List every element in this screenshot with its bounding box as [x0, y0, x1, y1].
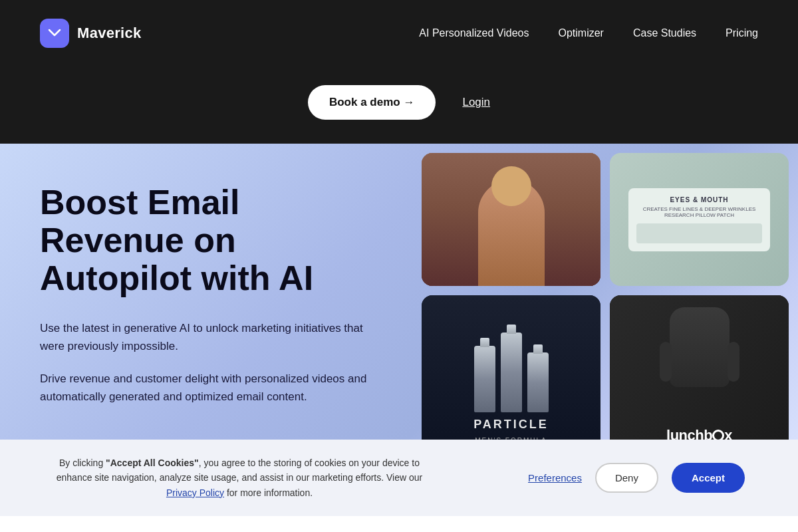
logo-icon [40, 19, 69, 48]
packaging-box: EYES & MOUTH CREATES FINE LINES & DEEPER… [628, 188, 770, 251]
nav-link-case-studies[interactable]: Case Studies [633, 27, 696, 39]
person-image [422, 153, 600, 286]
navbar: Maverick AI Personalized Videos Optimize… [0, 0, 798, 66]
accept-button[interactable]: Accept [672, 463, 745, 493]
product-card-packaging: EYES & MOUTH CREATES FINE LINES & DEEPER… [610, 153, 789, 286]
product-card-person [422, 153, 600, 286]
bottle-3 [527, 352, 549, 412]
cookie-bar: By clicking "Accept All Cookies", you ag… [0, 440, 798, 516]
hero-text: Boost Email Revenue on Autopilot with AI… [0, 144, 372, 406]
packaging-subtitle: CREATES FINE LINES & DEEPER WRINKLES RES… [636, 206, 762, 218]
nav-link-optimizer[interactable]: Optimizer [558, 27, 603, 39]
hero-subtext-1: Use the latest in generative AI to unloc… [40, 319, 372, 355]
packaging-image: EYES & MOUTH CREATES FINE LINES & DEEPER… [610, 153, 789, 286]
nav-links: AI Personalized Videos Optimizer Case St… [419, 27, 758, 39]
preferences-button[interactable]: Preferences [528, 472, 582, 483]
hero-subtext-2: Drive revenue and customer delight with … [40, 370, 372, 406]
privacy-policy-link[interactable]: Privacy Policy [166, 487, 224, 498]
deny-button[interactable]: Deny [595, 463, 658, 493]
cookie-text: By clicking "Accept All Cookies", you ag… [53, 456, 426, 500]
book-demo-label: Book a demo → [329, 96, 414, 109]
cookie-actions: Preferences Deny Accept [528, 463, 745, 493]
logo-area[interactable]: Maverick [40, 19, 142, 48]
cta-bar: Book a demo → Login [0, 66, 798, 144]
logo-text: Maverick [77, 25, 142, 42]
hero-headline: Boost Email Revenue on Autopilot with AI [40, 184, 372, 298]
nav-link-ai-videos[interactable]: AI Personalized Videos [419, 27, 529, 39]
cookie-bold-text: "Accept All Cookies" [106, 458, 199, 468]
bottle-1 [474, 346, 495, 412]
login-link[interactable]: Login [462, 96, 490, 109]
packaging-title: EYES & MOUTH [636, 196, 762, 203]
book-demo-button[interactable]: Book a demo → [308, 85, 436, 120]
hero-section: Boost Email Revenue on Autopilot with AI… [0, 144, 798, 516]
particle-bottles [474, 332, 549, 412]
nav-link-pricing[interactable]: Pricing [726, 27, 758, 39]
particle-label: PARTICLE [473, 418, 549, 432]
bottle-2 [501, 332, 522, 412]
